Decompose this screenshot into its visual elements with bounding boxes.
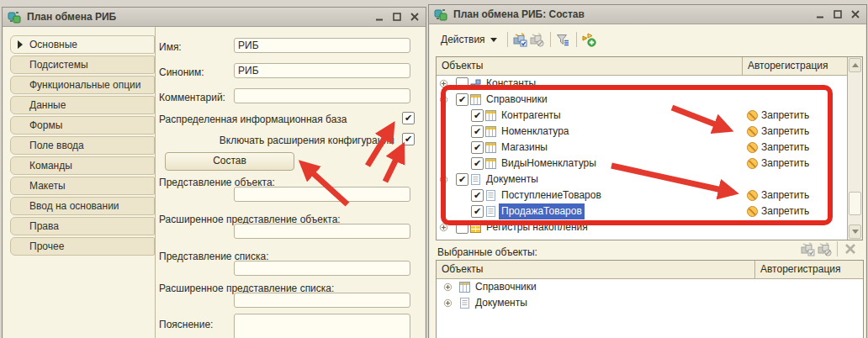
tree-row[interactable]: КонтрагентыЗапретить	[437, 108, 848, 124]
expand-icon[interactable]	[439, 79, 448, 91]
tab-3[interactable]: Данные	[10, 96, 155, 114]
row-checkbox[interactable]	[471, 205, 484, 218]
minimize-icon[interactable]	[372, 10, 387, 24]
tree-row[interactable]: Справочники	[437, 92, 848, 108]
tab-6[interactable]: Команды	[10, 156, 155, 175]
tree-node-label[interactable]: ВидыНоменклатуры	[499, 156, 599, 172]
autoregistration-value[interactable]: Запретить	[761, 140, 809, 156]
prohibit-icon	[747, 190, 758, 201]
enable-autoregistration-icon[interactable]	[799, 241, 816, 256]
row-checkbox[interactable]	[456, 93, 468, 106]
comment-input[interactable]	[234, 88, 410, 103]
add-object-icon[interactable]	[581, 32, 598, 47]
collapse-icon[interactable]	[439, 175, 448, 187]
extended-object-presentation-input[interactable]	[234, 224, 410, 239]
autoregistration-value[interactable]: Запретить	[761, 124, 809, 140]
column-header-objects[interactable]: Объекты	[437, 261, 759, 278]
tab-2[interactable]: Функциональные опции	[10, 76, 155, 94]
explanation-input[interactable]	[234, 314, 410, 338]
tree-node-label[interactable]: Магазины	[499, 140, 550, 156]
row-checkbox[interactable]	[471, 125, 484, 138]
tree-node-label[interactable]: Константы	[484, 76, 538, 92]
row-checkbox[interactable]	[471, 109, 484, 122]
delete-icon[interactable]	[842, 241, 859, 256]
filter-icon[interactable]	[555, 32, 572, 47]
name-input[interactable]	[234, 38, 410, 53]
tree-row[interactable]: МагазиныЗапретить	[437, 140, 848, 156]
tab-9[interactable]: Права	[10, 217, 155, 235]
object-presentation-input[interactable]	[234, 187, 410, 202]
tab-4[interactable]: Формы	[10, 116, 155, 135]
distributed-base-checkbox[interactable]	[402, 112, 415, 124]
autoregistration-value[interactable]: Запретить	[761, 156, 809, 172]
tree-node-label[interactable]: Номенклатура	[499, 124, 572, 140]
tree-row[interactable]: НоменклатураЗапретить	[437, 124, 848, 140]
close-icon[interactable]	[407, 10, 422, 24]
column-header-autoregistration[interactable]: Авторегистрация	[742, 57, 848, 75]
tree-row[interactable]: Константы	[437, 76, 848, 92]
tab-main[interactable]: Основные	[10, 35, 155, 54]
tree-node-label[interactable]: Документы	[473, 295, 530, 311]
tree-node-label[interactable]: Документы	[484, 172, 541, 187]
window-title: План обмена РИБ	[27, 11, 116, 23]
actions-button[interactable]: Действия	[435, 30, 503, 49]
titlebar[interactable]: План обмена РИБ: Состав	[429, 5, 866, 24]
expand-icon[interactable]	[439, 223, 448, 235]
column-header-autoregistration[interactable]: Авторегистрация	[754, 261, 863, 278]
autoregistration-value[interactable]: Запретить	[761, 108, 809, 124]
tab-5[interactable]: Поле ввода	[10, 136, 155, 155]
tree-row[interactable]: Регистры накопления	[437, 219, 848, 235]
row-checkbox[interactable]	[456, 173, 468, 186]
tree-node-label[interactable]: Регистры накопления	[484, 219, 590, 235]
desktop: { "annotation": { "color": "#e4291e" }, …	[0, 0, 868, 338]
tree-row[interactable]: Справочники	[437, 279, 863, 295]
tree-node-label[interactable]: ПоступлениеТоваров	[499, 187, 604, 203]
tree-row[interactable]: ПродажаТоваровЗапретить	[437, 203, 848, 219]
tab-8[interactable]: Ввод на основании	[10, 197, 155, 215]
enable-autoregistration-icon[interactable]	[512, 32, 529, 47]
autoregistration-value[interactable]: Запретить	[761, 203, 809, 219]
row-checkbox[interactable]	[456, 221, 468, 234]
comment-label: Комментарий:	[159, 92, 225, 103]
toolbar-separator	[550, 32, 551, 47]
compose-button[interactable]: Состав	[165, 152, 294, 171]
scroll-up-button[interactable]	[849, 58, 861, 72]
row-checkbox[interactable]	[471, 141, 484, 154]
expand-icon[interactable]	[443, 298, 453, 310]
row-checkbox[interactable]	[471, 157, 484, 170]
maximize-icon[interactable]	[830, 8, 845, 21]
prohibit-icon	[747, 158, 758, 169]
tree-row[interactable]: ПоступлениеТоваровЗапретить	[437, 187, 848, 203]
row-checkbox[interactable]	[471, 189, 484, 202]
collapse-icon[interactable]	[439, 95, 448, 107]
scrollbar-thumb[interactable]	[849, 192, 861, 215]
tree-row[interactable]: ВидыНоменклатурыЗапретить	[437, 156, 848, 172]
titlebar[interactable]: План обмена РИБ	[3, 8, 426, 27]
maximize-icon[interactable]	[389, 10, 405, 24]
disable-autoregistration-icon[interactable]	[816, 241, 833, 256]
row-checkbox[interactable]	[456, 77, 468, 90]
window-exchange-plan-compose: План обмена РИБ: Состав Действия	[428, 4, 867, 338]
disable-autoregistration-icon[interactable]	[529, 32, 546, 47]
window-title: План обмена РИБ: Состав	[453, 8, 585, 20]
list-presentation-input[interactable]	[234, 261, 410, 276]
autoregistration-value[interactable]: Запретить	[761, 187, 809, 203]
tree-node-label[interactable]: Справочники	[473, 279, 539, 295]
extended-list-presentation-input[interactable]	[234, 293, 410, 308]
tree-node-label[interactable]: ПродажаТоваров	[499, 203, 585, 219]
vertical-scrollbar[interactable]	[847, 57, 862, 240]
synonym-input[interactable]	[234, 63, 410, 78]
expand-icon[interactable]	[443, 283, 453, 294]
scroll-down-button[interactable]	[849, 224, 861, 239]
include-extensions-checkbox[interactable]	[402, 133, 415, 145]
minimize-icon[interactable]	[812, 8, 828, 21]
tab-10[interactable]: Прочее	[10, 237, 155, 256]
column-header-objects[interactable]: Объекты	[437, 57, 746, 75]
close-icon[interactable]	[848, 8, 863, 21]
tree-node-label[interactable]: Контрагенты	[499, 108, 564, 124]
tree-node-label[interactable]: Справочники	[484, 92, 550, 108]
tab-1[interactable]: Подсистемы	[10, 55, 155, 74]
tree-row[interactable]: Документы	[437, 172, 848, 187]
tab-7[interactable]: Макеты	[10, 177, 155, 195]
tree-row[interactable]: Документы	[437, 295, 863, 311]
